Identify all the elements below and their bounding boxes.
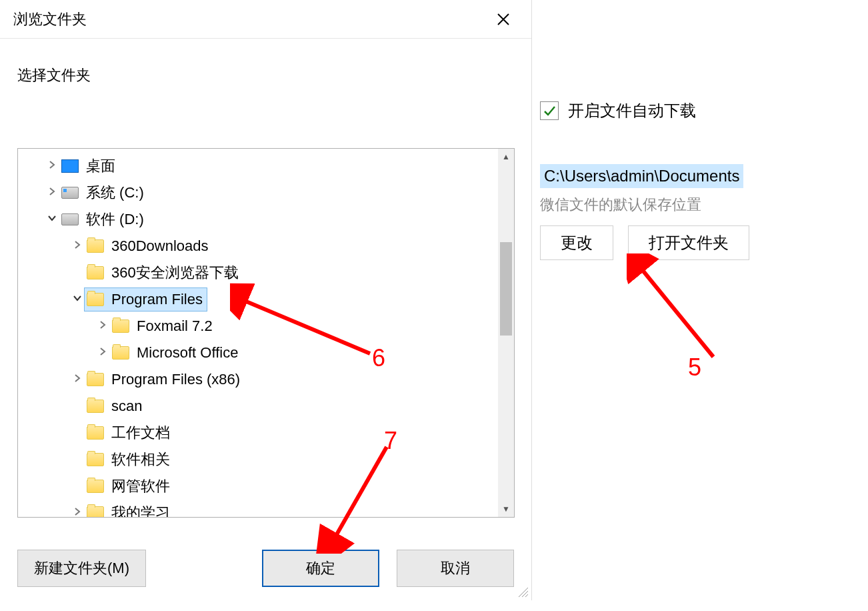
tree-scrollbar[interactable]: ▲ ▼: [498, 149, 514, 517]
save-path-desc: 微信文件的默认保存位置: [540, 195, 860, 215]
cancel-button[interactable]: 取消: [397, 550, 514, 587]
folder-icon: [86, 505, 105, 518]
check-icon: [543, 104, 556, 117]
tree-item-label: Program Files: [111, 291, 203, 308]
folder-icon: [86, 238, 105, 254]
tree-item[interactable]: Program Files (x86): [18, 366, 498, 393]
dialog-buttons: 新建文件夹(M) 确定 取消: [17, 550, 514, 587]
tree-item[interactable]: scan: [18, 393, 498, 420]
tree-item-label: 系统 (C:): [86, 183, 144, 203]
folder-icon: [86, 398, 105, 414]
drive-icon: [61, 211, 79, 227]
titlebar: 浏览文件夹: [0, 0, 531, 39]
chevron-right-icon[interactable]: [70, 374, 85, 386]
chevron-right-icon[interactable]: [45, 160, 59, 172]
auto-download-checkbox[interactable]: [540, 101, 559, 120]
tree-item[interactable]: Program Files: [18, 286, 498, 313]
tree-item[interactable]: 我的学习: [18, 500, 498, 518]
tree-item[interactable]: 工作文档: [18, 420, 498, 446]
open-folder-button[interactable]: 打开文件夹: [628, 225, 749, 260]
tree-item-label: 桌面: [86, 156, 115, 176]
scroll-up-icon[interactable]: ▲: [498, 149, 514, 165]
tree-item-label: 软件 (D:): [86, 209, 144, 229]
chevron-down-icon[interactable]: [70, 293, 85, 306]
tree-item[interactable]: 网管软件: [18, 473, 498, 500]
tree-item[interactable]: 桌面: [18, 153, 498, 179]
chevron-right-icon[interactable]: [70, 240, 85, 252]
chevron-right-icon[interactable]: [70, 507, 85, 518]
folder-icon: [86, 452, 105, 468]
ok-button[interactable]: 确定: [262, 550, 379, 587]
folder-icon: [86, 478, 105, 494]
svg-line-2: [639, 265, 713, 357]
settings-panel: 开启文件自动下载 C:\Users\admin\Documents 微信文件的默…: [540, 100, 860, 260]
scroll-down-icon[interactable]: ▼: [498, 501, 514, 517]
annotation-number-5: 5: [688, 354, 701, 382]
scroll-thumb[interactable]: [500, 242, 512, 336]
browse-folder-dialog: 浏览文件夹 选择文件夹 桌面系统 (C:)软件 (D:)360Downloads…: [0, 0, 532, 600]
folder-icon: [86, 291, 105, 308]
tree-item-label: 网管软件: [111, 476, 170, 496]
folder-icon: [86, 265, 105, 281]
close-icon: [497, 13, 510, 26]
chevron-down-icon[interactable]: [45, 213, 59, 225]
tree-item-label: Microsoft Office: [137, 344, 238, 362]
resize-grip-icon[interactable]: [518, 587, 529, 598]
folder-icon: [86, 372, 105, 388]
dialog-subtitle: 选择文件夹: [0, 39, 531, 85]
change-button[interactable]: 更改: [540, 225, 613, 260]
folder-icon: [86, 425, 105, 441]
tree-item-label: 工作文档: [111, 423, 170, 443]
tree-item-label: Foxmail 7.2: [137, 318, 213, 335]
annotation-arrow-5: [627, 253, 733, 367]
tree-item[interactable]: 软件相关: [18, 446, 498, 473]
tree-item[interactable]: Foxmail 7.2: [18, 313, 498, 340]
auto-download-row: 开启文件自动下载: [540, 100, 860, 121]
chevron-right-icon[interactable]: [45, 187, 59, 199]
close-button[interactable]: [489, 5, 518, 34]
tree-item-label: Program Files (x86): [111, 371, 240, 388]
folder-icon: [111, 318, 130, 334]
settings-buttons: 更改 打开文件夹: [540, 225, 860, 260]
tree-item-label: 360Downloads: [111, 237, 209, 255]
dialog-title: 浏览文件夹: [13, 9, 87, 29]
tree-item-label: 360安全浏览器下载: [111, 263, 239, 283]
auto-download-label: 开启文件自动下载: [568, 100, 696, 121]
chevron-right-icon[interactable]: [95, 347, 110, 359]
new-folder-button[interactable]: 新建文件夹(M): [17, 550, 146, 587]
tree-item[interactable]: Microsoft Office: [18, 340, 498, 366]
folder-tree: 桌面系统 (C:)软件 (D:)360Downloads360安全浏览器下载Pr…: [17, 148, 515, 518]
chevron-right-icon[interactable]: [95, 320, 110, 332]
folder-icon: [111, 345, 130, 361]
tree-item-label: scan: [111, 398, 142, 415]
tree-item[interactable]: 软件 (D:): [18, 206, 498, 233]
tree-item[interactable]: 360安全浏览器下载: [18, 259, 498, 286]
tree-item-label: 软件相关: [111, 450, 170, 470]
save-path[interactable]: C:\Users\admin\Documents: [540, 164, 743, 188]
tree-item-label: 我的学习: [111, 503, 170, 518]
tree-item[interactable]: 系统 (C:): [18, 179, 498, 206]
desktop-icon: [61, 158, 79, 174]
tree-list: 桌面系统 (C:)软件 (D:)360Downloads360安全浏览器下载Pr…: [18, 149, 498, 518]
tree-item[interactable]: 360Downloads: [18, 233, 498, 259]
drive-icon: [61, 185, 79, 201]
